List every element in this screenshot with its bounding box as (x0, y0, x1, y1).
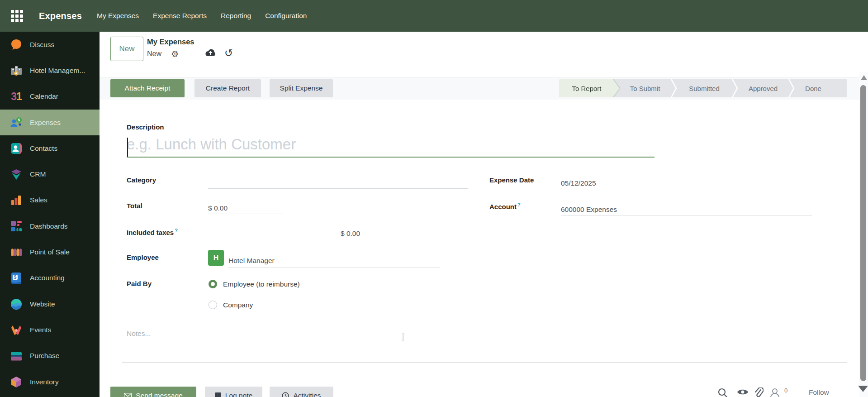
sidebar-label: Website (30, 300, 55, 308)
contacts-icon (9, 142, 23, 155)
menu-configuration[interactable]: Configuration (265, 12, 307, 20)
expense-date-label: Expense Date (489, 176, 534, 184)
sidebar: Discuss Hotel Managem... 31 Calendar $ E… (0, 32, 100, 397)
sidebar-label: Purchase (30, 352, 59, 360)
discuss-icon (9, 38, 23, 52)
menu-reporting[interactable]: Reporting (221, 12, 251, 20)
send-message-button[interactable]: Send message (110, 387, 196, 397)
crm-icon (9, 167, 23, 181)
log-note-button[interactable]: Log note (205, 387, 262, 397)
note-icon (215, 392, 221, 397)
sidebar-item-website[interactable]: Website (0, 291, 100, 317)
sidebar-item-contacts[interactable]: Contacts (0, 135, 100, 161)
sidebar-item-events[interactable]: Events (0, 317, 100, 343)
hotel-management-icon (9, 64, 23, 77)
employee-label: Employee (127, 254, 159, 261)
status-pipeline: To Report To Submit Submitted Approved D… (559, 79, 847, 97)
apps-menu-icon[interactable] (11, 10, 24, 23)
menu-my-expenses[interactable]: My Expenses (97, 12, 139, 20)
scrollbar-up-arrow[interactable] (861, 75, 867, 80)
svg-text:$: $ (14, 275, 17, 280)
sidebar-label: Accounting (30, 274, 65, 282)
description-label: Description (127, 123, 164, 131)
sidebar-item-dashboards[interactable]: Dashboards (0, 213, 100, 239)
sidebar-label: Contacts (30, 144, 57, 153)
stage-separator-icon (788, 79, 795, 97)
category-input[interactable] (208, 177, 468, 189)
split-expense-button[interactable]: Split Expense (270, 79, 333, 97)
paid-by-label: Paid By (127, 280, 152, 287)
stage-separator-icon (670, 79, 677, 97)
clock-icon (282, 392, 289, 397)
sidebar-label: Hotel Managem... (30, 67, 85, 75)
sidebar-label: Calendar (30, 92, 58, 100)
stage-submitted[interactable]: Submitted (677, 79, 731, 97)
website-icon (9, 297, 23, 311)
expense-date-input[interactable] (561, 177, 812, 189)
employee-input[interactable] (228, 254, 440, 268)
sidebar-item-crm[interactable]: CRM (0, 161, 100, 187)
app-name[interactable]: Expenses (39, 0, 82, 32)
radio-unselected-icon[interactable] (209, 301, 217, 309)
paperclip-icon[interactable] (754, 387, 764, 397)
account-input[interactable] (561, 204, 812, 215)
followers-count: 0 (784, 387, 787, 394)
attach-receipt-button[interactable]: Attach Receipt (110, 79, 185, 97)
sidebar-item-calendar[interactable]: 31 Calendar (0, 84, 100, 110)
sidebar-label: Dashboards (30, 222, 68, 230)
paid-by-option-company[interactable]: Company (209, 301, 253, 309)
menu-expense-reports[interactable]: Expense Reports (153, 12, 207, 20)
save-cloud-icon[interactable] (204, 48, 217, 59)
main-menu: My Expenses Expense Reports Reporting Co… (97, 0, 307, 32)
category-label: Category (127, 176, 156, 184)
sidebar-item-point-of-sale[interactable]: Point of Sale (0, 239, 100, 265)
sidebar-item-accounting[interactable]: $ Accounting (0, 265, 100, 291)
notes-textarea[interactable] (127, 330, 846, 357)
help-icon[interactable]: ? (175, 228, 178, 233)
create-report-button[interactable]: Create Report (194, 79, 261, 97)
sidebar-label: Inventory (30, 378, 59, 386)
stage-to-submit[interactable]: To Submit (620, 79, 670, 97)
gear-icon[interactable]: ⚙ (171, 49, 179, 59)
new-button[interactable]: New (110, 37, 143, 61)
app-window: Expenses My Expenses Expense Reports Rep… (0, 0, 868, 397)
radio-selected-icon[interactable] (209, 280, 217, 288)
stage-done[interactable]: Done (795, 79, 832, 97)
paid-by-option-employee[interactable]: Employee (to reimburse) (209, 280, 300, 288)
stage-to-report[interactable]: To Report (559, 79, 620, 97)
help-icon[interactable]: ? (517, 202, 521, 207)
events-icon (9, 323, 23, 337)
follow-button[interactable]: Follow (809, 388, 829, 397)
sidebar-label: Sales (30, 196, 47, 204)
sidebar-item-sales[interactable]: Sales (0, 187, 100, 213)
description-input[interactable] (127, 134, 655, 158)
sidebar-label: Events (30, 326, 51, 334)
sidebar-label: Expenses (30, 119, 61, 127)
sidebar-item-hotel-management[interactable]: Hotel Managem... (0, 57, 100, 83)
top-navbar: Expenses My Expenses Expense Reports Rep… (0, 0, 868, 32)
scrollbar-down-arrow[interactable] (858, 386, 868, 392)
sidebar-item-expenses[interactable]: $ Expenses (0, 110, 100, 135)
point-of-sale-icon (9, 245, 23, 259)
stage-approved[interactable]: Approved (738, 79, 788, 97)
included-taxes-input[interactable] (208, 229, 336, 241)
activities-button[interactable]: Activities (270, 387, 333, 397)
purchase-icon (9, 349, 23, 363)
eye-icon[interactable] (736, 387, 749, 397)
sidebar-item-inventory[interactable]: Inventory (0, 369, 100, 395)
calendar-icon: 31 (9, 90, 23, 103)
sidebar-item-purchase[interactable]: Purchase (0, 343, 100, 369)
sidebar-label: Point of Sale (30, 248, 70, 256)
total-input[interactable] (208, 203, 283, 214)
breadcrumb[interactable]: My Expenses (147, 38, 194, 46)
sidebar-item-discuss[interactable]: Discuss (0, 32, 100, 57)
discard-undo-icon[interactable]: ↺ (224, 47, 233, 59)
included-taxes-amount: $ 0.00 (341, 230, 360, 238)
sales-icon (9, 193, 23, 207)
followers-icon[interactable] (770, 387, 782, 397)
search-messages-icon[interactable] (717, 387, 728, 397)
scrollbar-thumb[interactable] (860, 85, 866, 381)
envelope-icon (124, 393, 132, 397)
sheet-divider (122, 362, 847, 363)
svg-text:$: $ (18, 118, 20, 122)
